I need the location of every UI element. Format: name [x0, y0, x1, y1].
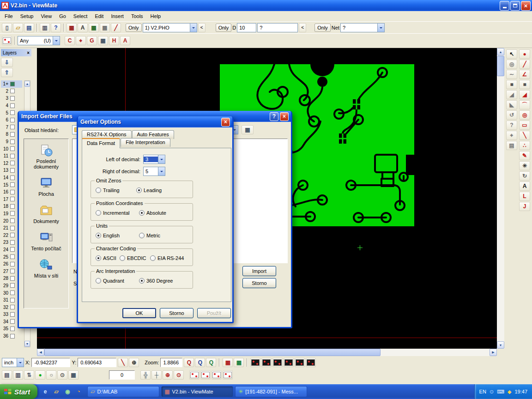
- menu-item[interactable]: Select: [70, 12, 91, 20]
- snap-tool-icon[interactable]: ⌖: [506, 131, 517, 140]
- text-button[interactable]: A: [120, 36, 130, 45]
- radio-360-degree[interactable]: 360 Degree: [139, 278, 173, 284]
- layer-visibility-checkbox[interactable]: [10, 103, 15, 108]
- pad-film-icon[interactable]: [189, 370, 200, 380]
- layer-visibility-checkbox[interactable]: [10, 254, 15, 259]
- layer-visibility-checkbox[interactable]: [10, 226, 15, 230]
- diagonal-measure-icon[interactable]: ╲: [118, 358, 128, 367]
- chevron-down-icon[interactable]: [17, 358, 24, 367]
- copy-button[interactable]: C: [65, 36, 75, 45]
- dcode-input[interactable]: 10: [237, 23, 256, 32]
- layer-visibility-checkbox[interactable]: [10, 334, 15, 339]
- radio-absolute[interactable]: Absolute: [139, 210, 166, 216]
- pad-film-icon[interactable]: [212, 370, 222, 380]
- scroll-down-icon[interactable]: ▼: [497, 341, 504, 349]
- ramp-tool-icon[interactable]: ◢: [506, 90, 517, 99]
- dot-grid-icon[interactable]: ╬: [140, 370, 151, 380]
- rotate-ccw-tool-icon[interactable]: ↺: [506, 110, 517, 120]
- layer-row[interactable]: 4: [1, 102, 22, 109]
- circle-tool-icon[interactable]: ◎: [519, 110, 530, 120]
- dcode-filter-input[interactable]: ?: [257, 23, 298, 32]
- unit-combo[interactable]: inch: [2, 358, 24, 367]
- canvas-hscrollbar[interactable]: ◀ ▶: [37, 349, 497, 356]
- j-outline-tool-icon[interactable]: J: [519, 202, 530, 211]
- scroll-up-icon[interactable]: ▲: [24, 81, 30, 87]
- chevron-down-icon[interactable]: [53, 36, 60, 45]
- left-decimal-combo[interactable]: 3: [143, 155, 165, 164]
- scroll-right-icon[interactable]: ▶: [490, 349, 497, 356]
- gerber-dialog-titlebar[interactable]: Gerber Options ×: [78, 116, 232, 127]
- only-layer-toggle[interactable]: Only: [126, 24, 142, 32]
- layer-visibility-checkbox[interactable]: [10, 326, 15, 331]
- layer-visibility-checkbox[interactable]: [10, 240, 15, 245]
- layer-table-icon[interactable]: ▦: [89, 23, 99, 32]
- cancel-button[interactable]: Storno: [160, 308, 193, 318]
- dcode-table-icon[interactable]: ▦: [66, 23, 77, 32]
- messenger-icon[interactable]: ◉: [63, 387, 72, 396]
- layer-visibility-checkbox[interactable]: [10, 175, 15, 180]
- layer-copy-icon[interactable]: ▥: [13, 370, 23, 380]
- window-titlebar[interactable]: V2.bin - ViewMate ×: [0, 0, 532, 11]
- film-icon[interactable]: [261, 358, 272, 367]
- close-button[interactable]: ×: [521, 1, 531, 11]
- layer-visibility-checkbox[interactable]: [10, 312, 15, 317]
- film-icon[interactable]: [295, 358, 305, 367]
- layer-visibility-checkbox[interactable]: [10, 182, 15, 187]
- only-net-toggle[interactable]: Only: [314, 24, 331, 32]
- zoom-window-icon[interactable]: Q: [195, 358, 205, 367]
- radio-quadrant[interactable]: Quadrant: [96, 278, 124, 284]
- radio-incremental[interactable]: Incremental: [96, 210, 129, 216]
- text-tool-icon[interactable]: A: [519, 181, 530, 191]
- dots-tool-icon[interactable]: ∴: [519, 141, 530, 150]
- layer-visibility-checkbox[interactable]: [10, 319, 15, 324]
- right-decimal-combo[interactable]: 5: [143, 167, 165, 176]
- layer-row[interactable]: 2: [1, 88, 22, 95]
- layer-visibility-checkbox[interactable]: [10, 139, 15, 144]
- internet-explorer-icon[interactable]: e: [41, 387, 49, 396]
- route-tool-icon[interactable]: ╲: [519, 131, 530, 140]
- minimize-button[interactable]: [500, 1, 509, 11]
- radio-ebcdic[interactable]: EBCDIC: [120, 255, 146, 261]
- sketch-tool-icon[interactable]: ✎: [519, 151, 530, 160]
- layer-visibility-checkbox[interactable]: [10, 118, 15, 122]
- place-network[interactable]: Místa v síti: [25, 258, 67, 278]
- layer-visibility-checkbox[interactable]: [10, 110, 15, 115]
- settings-tool-icon[interactable]: ✳: [519, 161, 530, 170]
- layer-visibility-checkbox[interactable]: [10, 146, 15, 151]
- film-icon[interactable]: [284, 358, 294, 367]
- import-button[interactable]: Import: [242, 266, 276, 276]
- measure-icon[interactable]: ╱: [111, 23, 121, 32]
- place-computer[interactable]: Tento počítač: [25, 231, 67, 251]
- chevron-down-icon[interactable]: [377, 24, 384, 32]
- prev-dcode-button[interactable]: <: [299, 23, 306, 32]
- pad-film-icon[interactable]: [223, 370, 233, 380]
- menu-item[interactable]: Go: [55, 12, 70, 20]
- layer-visibility-checkbox[interactable]: [10, 204, 15, 209]
- only-dcode-toggle[interactable]: Only: [216, 24, 232, 32]
- layer-row[interactable]: 36: [1, 332, 22, 340]
- grid-button[interactable]: ▦: [98, 36, 108, 45]
- lamp-off-icon[interactable]: ○: [46, 370, 56, 380]
- query-tool-icon[interactable]: ?: [506, 121, 517, 130]
- net-grid-icon[interactable]: ▦: [234, 358, 244, 367]
- apply-button[interactable]: Použít: [197, 308, 231, 318]
- vscroll-thumb[interactable]: [497, 56, 504, 76]
- ok-button[interactable]: OK: [122, 308, 156, 318]
- hscroll-thumb[interactable]: [44, 349, 381, 356]
- tab-data-format[interactable]: Data Format: [82, 138, 120, 148]
- highlight-icon[interactable]: ▩: [100, 23, 110, 32]
- scroll-up-icon[interactable]: ▲: [497, 48, 504, 55]
- layer-visibility-checkbox[interactable]: [10, 211, 15, 216]
- mirror-tool-icon[interactable]: ◣: [506, 100, 517, 109]
- layer-stack-icon[interactable]: ▤: [2, 370, 12, 380]
- grid-toggle-icon[interactable]: ▦: [68, 370, 79, 380]
- dcode-grid-icon[interactable]: ▦: [223, 358, 233, 367]
- layer-select-combo[interactable]: 1) V2.PHO: [143, 23, 197, 32]
- firefox-icon[interactable]: ◔: [74, 387, 83, 396]
- layer-visibility-checkbox[interactable]: [10, 276, 15, 281]
- language-indicator[interactable]: EN: [479, 389, 486, 394]
- flash-pad-tool-icon[interactable]: ●: [519, 49, 530, 59]
- center-icon[interactable]: ⊙: [174, 370, 184, 380]
- chevron-down-icon[interactable]: [190, 24, 197, 32]
- import-close-button[interactable]: ×: [280, 112, 289, 121]
